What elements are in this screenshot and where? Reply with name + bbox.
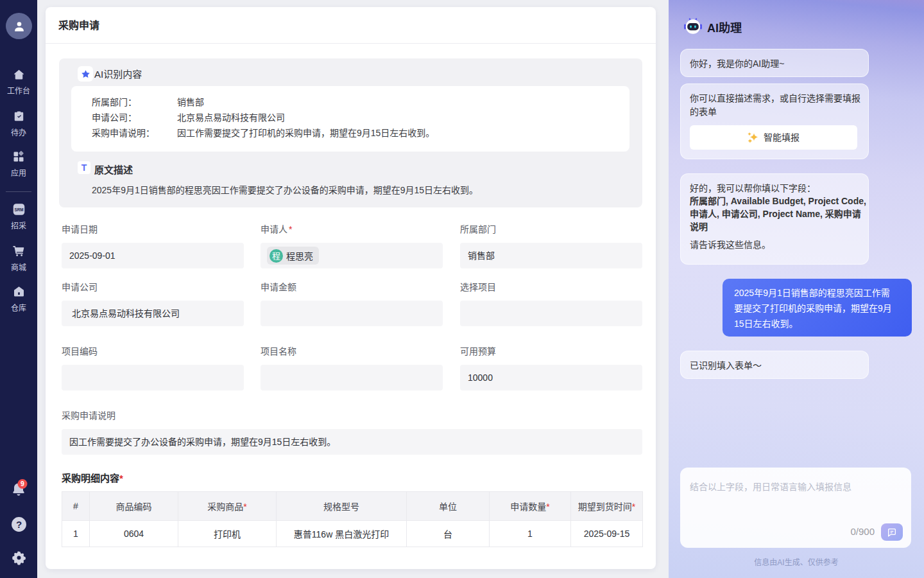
svg-text:?: ? [15, 519, 21, 530]
svg-text:9: 9 [21, 480, 24, 487]
svg-text:SRM: SRM [14, 207, 23, 212]
